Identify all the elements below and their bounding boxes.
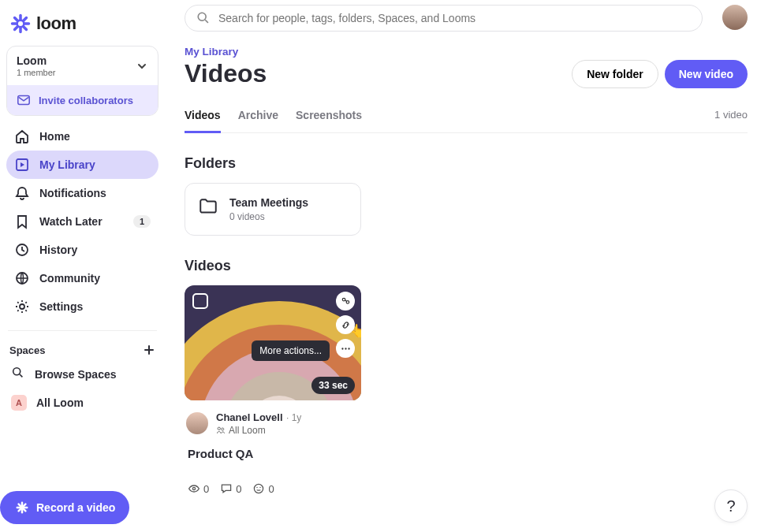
nav-library-label: My Library [39, 158, 95, 171]
folders-heading: Folders [185, 155, 748, 172]
tab-archive[interactable]: Archive [238, 102, 278, 132]
search-icon [196, 11, 211, 25]
space-all-loom[interactable]: A All Loom [3, 389, 162, 417]
video-thumbnail[interactable]: More actions... 33 sec 👆 [185, 285, 361, 400]
share-button[interactable] [336, 292, 355, 311]
video-duration: 33 sec [311, 377, 355, 394]
mail-icon [17, 93, 31, 107]
eye-icon [188, 482, 200, 495]
svg-point-16 [198, 13, 206, 20]
bell-icon [14, 185, 30, 201]
main-nav: Home My Library Notifications Watch Late… [3, 122, 162, 321]
comments-stat: 0 [220, 482, 241, 495]
svg-point-20 [345, 348, 346, 349]
nav-community-label: Community [39, 272, 100, 285]
topbar [185, 5, 748, 32]
people-icon [216, 426, 226, 435]
workspace-name: Loom [17, 54, 56, 67]
more-actions-button[interactable] [336, 339, 355, 358]
user-avatar[interactable] [722, 5, 748, 30]
svg-point-27 [260, 487, 261, 488]
search-input[interactable] [218, 12, 691, 24]
tab-screenshots[interactable]: Screenshots [296, 102, 362, 132]
workspace-members: 1 member [17, 68, 56, 77]
new-video-button[interactable]: New video [665, 60, 748, 88]
svg-point-17 [342, 298, 345, 301]
folder-icon [198, 196, 218, 217]
svg-point-10 [20, 304, 24, 309]
video-stats: 0 0 0 [186, 482, 360, 495]
browse-spaces-label: Browse Spaces [35, 368, 117, 381]
nav-watch-later[interactable]: Watch Later 1 [6, 207, 158, 236]
space-badge: A [11, 395, 27, 411]
video-age: · 1y [286, 412, 301, 423]
help-label: ? [726, 497, 735, 515]
divider [8, 330, 157, 331]
svg-point-24 [192, 487, 195, 489]
spaces-title: Spaces [9, 344, 46, 356]
clock-icon [14, 242, 30, 258]
gear-icon [14, 299, 30, 314]
breadcrumb[interactable]: My Library [185, 46, 748, 58]
cursor-icon: 👆 [350, 323, 361, 338]
svg-point-26 [257, 487, 258, 488]
search-icon [11, 366, 25, 382]
logo-text: loom [36, 13, 76, 34]
new-folder-button[interactable]: New folder [572, 60, 658, 88]
workspace-switcher[interactable]: Loom 1 member [7, 47, 158, 85]
folder-sub: 0 videos [229, 211, 308, 222]
svg-point-21 [348, 348, 349, 349]
plus-icon[interactable] [143, 344, 155, 356]
nav-community[interactable]: Community [6, 264, 158, 292]
nav-history-label: History [39, 244, 77, 256]
select-checkbox[interactable] [192, 293, 208, 309]
browse-spaces[interactable]: Browse Spaces [3, 359, 162, 389]
nav-settings-label: Settings [39, 300, 83, 313]
video-title: Product QA [186, 447, 360, 460]
nav-home-label: Home [39, 130, 70, 143]
svg-point-19 [341, 348, 343, 349]
folder-card[interactable]: Team Meetings 0 videos [185, 183, 361, 236]
nav-my-library[interactable]: My Library [6, 151, 158, 179]
svg-point-22 [218, 427, 220, 430]
space-all-label: All Loom [36, 396, 84, 409]
globe-icon [14, 270, 30, 286]
video-card[interactable]: More actions... 33 sec 👆 Chanel Lovell ·… [185, 285, 361, 501]
library-icon [14, 157, 30, 173]
views-stat: 0 [188, 482, 209, 495]
more-actions-tooltip: More actions... [252, 340, 330, 361]
author-avatar[interactable] [186, 412, 208, 434]
search-bar[interactable] [185, 5, 703, 32]
nav-home[interactable]: Home [6, 122, 158, 151]
nav-history[interactable]: History [6, 236, 158, 264]
nav-notifications[interactable]: Notifications [6, 179, 158, 207]
video-space: All Loom [216, 425, 301, 436]
logo[interactable]: loom [3, 8, 162, 43]
svg-point-23 [222, 428, 224, 430]
nav-settings[interactable]: Settings [6, 292, 158, 321]
page-title: Videos [185, 59, 267, 88]
loom-burst-icon [14, 500, 30, 515]
workspace-card: Loom 1 member Invite collaborators [6, 46, 158, 116]
videos-heading: Videos [185, 258, 748, 274]
record-btn-label: Record a video [36, 501, 115, 514]
reactions-stat: 0 [252, 482, 274, 495]
bookmark-icon [14, 214, 30, 229]
spaces-header: Spaces [3, 340, 162, 359]
video-count: 1 video [714, 109, 748, 121]
record-video-button[interactable]: Record a video [0, 491, 129, 524]
sidebar: loom Loom 1 member Invite collaborators … [0, 0, 165, 532]
chevron-down-icon [136, 60, 148, 73]
tab-videos[interactable]: Videos [185, 102, 221, 133]
help-button[interactable]: ? [714, 489, 748, 523]
video-author: Chanel Lovell [216, 411, 283, 423]
invite-label: Invite collaborators [39, 95, 133, 106]
svg-point-11 [13, 368, 21, 375]
smile-icon [252, 482, 265, 495]
watch-later-badge: 1 [133, 215, 151, 228]
nav-watch-later-label: Watch Later [39, 215, 103, 228]
svg-point-25 [255, 484, 263, 493]
invite-collaborators[interactable]: Invite collaborators [7, 85, 158, 115]
tabs: Videos Archive Screenshots 1 video [185, 102, 748, 133]
comment-icon [220, 482, 233, 495]
